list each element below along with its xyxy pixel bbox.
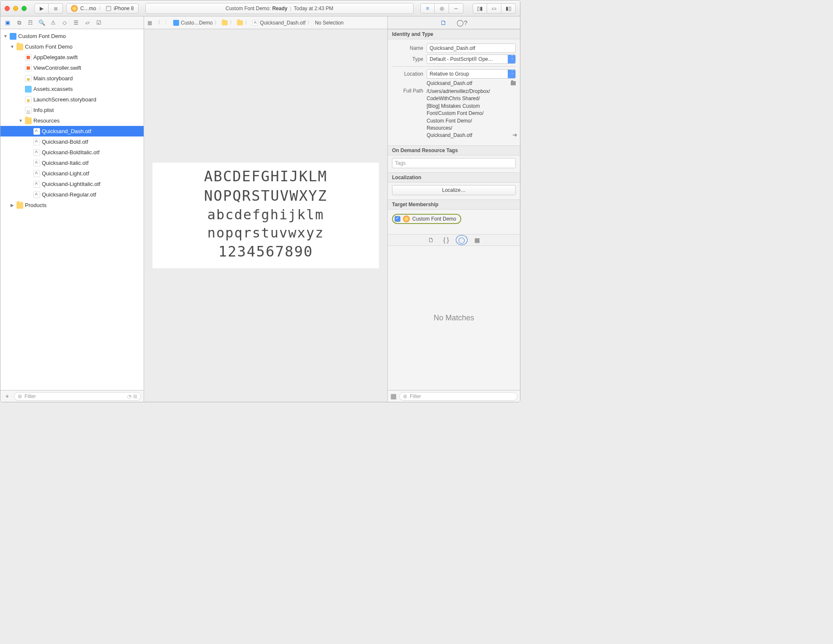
file-label: Quicksand-LightItalic.otf — [42, 181, 104, 187]
file-item[interactable]: Info.plist — [0, 105, 144, 115]
name-field[interactable]: Quicksand_Dash.otf — [427, 44, 516, 53]
status-prefix: Custom Font Demo: — [226, 5, 272, 11]
breakpoint-navigator-tab[interactable]: ▱ — [84, 19, 91, 27]
assistant-editor-button[interactable]: ◎ — [435, 3, 449, 14]
toggle-navigator-button[interactable]: ▯▮ — [473, 3, 487, 14]
scheme-selector[interactable]: C…mo 〉 iPhone 8 — [66, 3, 139, 14]
font-file-icon — [33, 191, 40, 198]
resource-file-item[interactable]: Quicksand_Dash.otf — [0, 126, 144, 136]
file-item[interactable]: LaunchScreen.storyboard — [0, 94, 144, 105]
folder-icon — [222, 20, 228, 25]
crumb-label: Custo…Demo — [181, 20, 212, 26]
zoom-window-button[interactable] — [22, 6, 27, 11]
disclosure-triangle-icon[interactable]: ▼ — [18, 118, 23, 123]
group-item[interactable]: ▼ Custom Font Demo — [0, 41, 144, 52]
file-label: AppDelegate.swift — [33, 54, 81, 60]
resources-folder[interactable]: ▼ Resources — [0, 115, 144, 126]
location-select[interactable]: Relative to Group — [427, 69, 516, 79]
file-inspector-tab[interactable]: 🗋 — [440, 19, 446, 26]
crumb-label: No Selection — [315, 20, 343, 26]
disclosure-triangle-icon[interactable]: ▶ — [10, 203, 15, 207]
font-file-icon — [33, 170, 40, 177]
project-root[interactable]: ▼ Custom Font Demo — [0, 31, 144, 41]
resource-file-item[interactable]: Quicksand-Bold.otf — [0, 136, 144, 147]
editor-area: ▦ 〈 〉 Custo…Demo〉 〉 〉 Quicksand_Dash.otf… — [144, 16, 387, 402]
preview-line: ABCDEFGHIJKLM — [156, 167, 376, 186]
toggle-debug-area-button[interactable]: ▭ — [487, 3, 501, 14]
folder-icon — [237, 20, 243, 25]
reveal-in-finder-button[interactable]: ➜ — [512, 131, 517, 139]
activity-status: Custom Font Demo: Ready | Today at 2:43 … — [145, 3, 414, 14]
preview-line: abcdefghijklm — [156, 206, 376, 224]
media-library-tab[interactable]: ▦ — [474, 237, 480, 243]
code-snippet-library-tab[interactable]: { } — [443, 237, 449, 243]
toggle-utilities-button[interactable]: ▮▯ — [501, 3, 516, 14]
project-tree[interactable]: ▼ Custom Font Demo ▼ Custom Font Demo Ap… — [0, 29, 144, 390]
version-editor-button[interactable]: ↔ — [449, 3, 463, 14]
project-icon — [10, 33, 16, 40]
find-navigator-tab[interactable]: 🔍 — [38, 19, 46, 27]
file-label: Info.plist — [33, 107, 57, 113]
chevron-right-icon: 〉 — [98, 5, 103, 12]
related-items-icon[interactable]: ▦ — [147, 20, 152, 26]
project-navigator-tab[interactable]: ▣ — [4, 19, 11, 27]
target-membership-highlight: Custom Font Demo — [392, 214, 461, 224]
scheme-device-label: iPhone 8 — [114, 5, 133, 11]
file-label: ViewController.swift — [33, 65, 84, 71]
odr-section-header: On Demand Resource Tags — [388, 145, 520, 156]
resource-file-item[interactable]: Quicksand-Regular.otf — [0, 189, 144, 200]
jump-bar[interactable]: ▦ 〈 〉 Custo…Demo〉 〉 〉 Quicksand_Dash.otf… — [144, 16, 387, 29]
project-icon — [173, 20, 179, 26]
scm-filter-icon[interactable]: ⊠ — [133, 393, 137, 399]
file-label: Quicksand-Bold.otf — [42, 139, 92, 145]
file-icon — [25, 75, 32, 82]
close-window-button[interactable] — [5, 6, 10, 11]
device-icon — [106, 6, 111, 11]
target-name-label: Custom Font Demo — [412, 216, 456, 222]
file-label: LaunchScreen.storyboard — [33, 96, 100, 103]
source-control-navigator-tab[interactable]: ⧉ — [15, 19, 23, 27]
breadcrumb[interactable]: Custo…Demo〉 〉 〉 Quicksand_Dash.otf〉 No S… — [173, 19, 343, 26]
view-mode-icon[interactable]: ▦ — [390, 392, 397, 400]
file-item[interactable]: AppDelegate.swift — [0, 52, 144, 63]
debug-navigator-tab[interactable]: ☰ — [72, 19, 80, 27]
resource-file-item[interactable]: Quicksand-LightItalic.otf — [0, 179, 144, 189]
issue-navigator-tab[interactable]: ⚠ — [49, 19, 57, 27]
forward-button[interactable]: 〉 — [165, 19, 170, 26]
file-item[interactable]: Main.storyboard — [0, 73, 144, 84]
symbol-navigator-tab[interactable]: ☶ — [27, 19, 34, 27]
titlebar: ▶ ◼ C…mo 〉 iPhone 8 Custom Font Demo: Re… — [0, 0, 520, 16]
resource-file-item[interactable]: Quicksand-Light.otf — [0, 168, 144, 179]
add-button[interactable]: ＋ — [3, 392, 11, 401]
file-item[interactable]: ViewController.swift — [0, 63, 144, 73]
quick-help-tab[interactable]: ◯? — [457, 19, 467, 27]
choose-location-button[interactable] — [511, 81, 516, 85]
target-checkbox[interactable] — [395, 216, 400, 222]
navigator-filter-field[interactable]: ⊜ Filter ◔ ⊠ — [14, 392, 141, 401]
navigator-footer: ＋ ⊜ Filter ◔ ⊠ — [0, 390, 144, 402]
object-library-tab[interactable]: ◯ — [458, 237, 465, 243]
minimize-window-button[interactable] — [13, 6, 18, 11]
library-tabs: 🗋 { } ◯ ▦ — [388, 234, 520, 246]
file-item[interactable]: Assets.xcassets — [0, 84, 144, 94]
back-button[interactable]: 〈 — [155, 19, 161, 26]
location-file-label: Quicksand_Dash.otf — [427, 80, 472, 86]
type-select[interactable]: Default - PostScript® Ope… — [427, 55, 516, 64]
group-label: Custom Font Demo — [25, 44, 76, 50]
file-label: Quicksand-Light.otf — [42, 170, 93, 177]
test-navigator-tab[interactable]: ◇ — [61, 19, 68, 27]
disclosure-triangle-icon[interactable]: ▼ — [10, 44, 15, 49]
library-filter-field[interactable]: ⊜ Filter — [399, 392, 517, 401]
disclosure-triangle-icon[interactable]: ▼ — [3, 34, 8, 38]
standard-editor-button[interactable]: ≡ — [420, 3, 435, 14]
report-navigator-tab[interactable]: ☑ — [95, 19, 103, 27]
recent-filter-icon[interactable]: ◔ — [127, 393, 131, 399]
resource-file-item[interactable]: Quicksand-BoldItalic.otf — [0, 147, 144, 158]
stop-button[interactable]: ◼ — [49, 3, 63, 14]
run-button[interactable]: ▶ — [34, 3, 49, 14]
file-template-library-tab[interactable]: 🗋 — [428, 237, 434, 243]
odr-tags-field[interactable]: Tags — [392, 158, 516, 168]
resource-file-item[interactable]: Quicksand-Italic.otf — [0, 158, 144, 168]
localize-button[interactable]: Localize… — [392, 185, 516, 195]
products-folder[interactable]: ▶ Products — [0, 200, 144, 210]
